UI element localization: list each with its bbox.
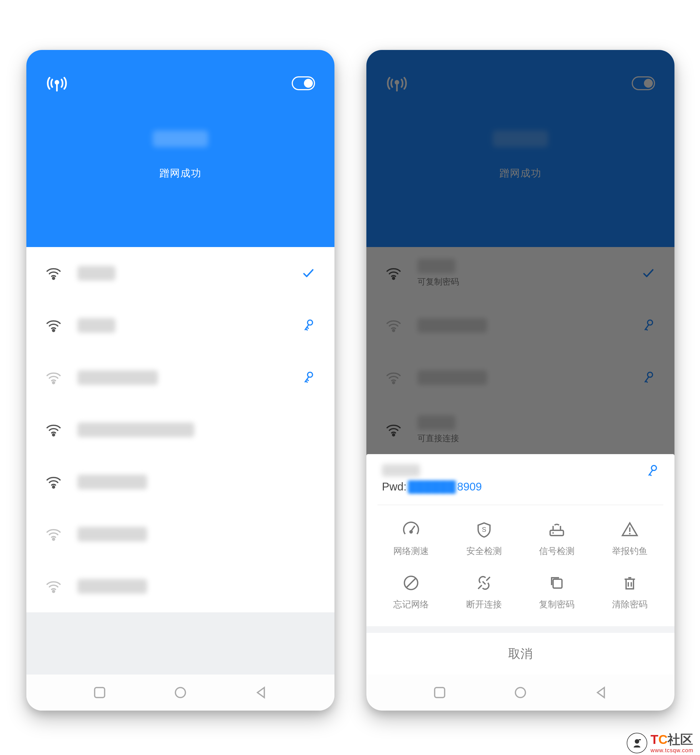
- svg-point-12: [53, 590, 55, 592]
- divider: [366, 626, 675, 633]
- network-item[interactable]: ████: [27, 247, 334, 299]
- network-item[interactable]: ████████: [27, 456, 334, 508]
- watermark: TC社区 www.tcsqw.com: [627, 733, 693, 753]
- svg-rect-42: [434, 688, 445, 697]
- pwd-label: Pwd:: [382, 480, 406, 493]
- action-speed-test[interactable]: 网络测速: [375, 521, 448, 557]
- svg-point-28: [410, 531, 412, 533]
- watermark-icon: [627, 733, 647, 753]
- action-label: 忘记网络: [393, 599, 429, 611]
- svg-point-4: [53, 277, 55, 279]
- android-nav-bar: [27, 675, 334, 711]
- svg-line-37: [406, 578, 416, 587]
- network-detail-sheet: ████ Pwd:██████8909 网络测速 S 安全检测 信号检测: [366, 454, 675, 675]
- app-header: ████ 蹭网成功: [27, 50, 334, 247]
- android-nav-bar: [366, 675, 675, 711]
- network-name: ██████████████: [77, 422, 194, 437]
- action-label: 复制密码: [539, 599, 575, 611]
- unlink-icon: [475, 574, 493, 592]
- svg-point-11: [53, 538, 55, 540]
- svg-rect-45: [639, 739, 641, 740]
- trash-icon: [621, 574, 639, 592]
- svg-rect-30: [550, 530, 563, 536]
- recent-apps-button[interactable]: [432, 685, 447, 700]
- action-label: 举报钓鱼: [612, 545, 648, 557]
- watermark-letter: C: [658, 732, 667, 747]
- action-label: 清除密码: [612, 599, 648, 611]
- svg-point-35: [629, 533, 630, 534]
- screenshot-left: ████ 蹭网成功 ████ ████ ██████ ███ █████████…: [27, 50, 334, 711]
- network-name: ████████: [77, 579, 147, 594]
- wifi-icon: [46, 422, 61, 438]
- copy-icon: [548, 574, 566, 592]
- recent-apps-button[interactable]: [92, 685, 107, 700]
- shield-icon: S: [475, 521, 493, 538]
- action-label: 信号检测: [539, 545, 575, 557]
- action-signal-check[interactable]: 信号检测: [520, 521, 594, 557]
- screenshot-right: ████ 蹭网成功 ████ 可复制密码 ████████ ████████ █…: [366, 50, 675, 711]
- wifi-icon: [46, 526, 61, 542]
- speedometer-icon: [402, 521, 420, 538]
- wifi-icon: [46, 265, 61, 281]
- svg-point-44: [635, 739, 639, 744]
- home-button[interactable]: [173, 685, 188, 700]
- svg-point-5: [53, 330, 55, 331]
- network-item[interactable]: ██████ ███: [27, 352, 334, 403]
- svg-point-33: [552, 532, 554, 533]
- network-list: ████ ████ ██████ ███ ██████████████ ████…: [27, 247, 334, 612]
- network-name: ██████ ███: [77, 370, 158, 385]
- watermark-url: www.tcsqw.com: [651, 747, 693, 753]
- network-name: ████████: [77, 527, 147, 542]
- svg-point-8: [308, 372, 312, 377]
- key-icon: [645, 464, 659, 477]
- svg-rect-39: [553, 579, 562, 588]
- network-name: ████: [77, 266, 116, 281]
- wifi-icon: [46, 578, 61, 594]
- network-item[interactable]: ████: [27, 299, 334, 352]
- connected-ssid: ████: [153, 130, 208, 147]
- key-icon: [302, 319, 315, 332]
- check-icon: [302, 266, 315, 280]
- router-icon: [548, 521, 566, 538]
- cancel-button[interactable]: 取消: [366, 633, 675, 675]
- network-item[interactable]: ████████: [27, 508, 334, 560]
- action-disconnect[interactable]: 断开连接: [448, 574, 521, 611]
- svg-point-6: [308, 320, 312, 325]
- action-report-phishing[interactable]: 举报钓鱼: [594, 521, 666, 557]
- action-label: 安全检测: [466, 545, 502, 557]
- sheet-ssid: ████: [382, 464, 420, 477]
- network-name: ████████: [77, 475, 147, 489]
- action-forget-network[interactable]: 忘记网络: [375, 574, 448, 611]
- warning-icon: [621, 521, 639, 538]
- svg-point-3: [304, 79, 313, 88]
- action-label: 网络测速: [393, 545, 429, 557]
- action-label: 断开连接: [466, 599, 502, 611]
- action-clear-password[interactable]: 清除密码: [594, 574, 666, 611]
- network-item[interactable]: ██████████████: [27, 403, 334, 456]
- broadcast-icon: [46, 72, 68, 94]
- svg-point-7: [53, 381, 55, 384]
- svg-point-14: [175, 688, 185, 697]
- forbid-icon: [402, 574, 420, 592]
- back-button[interactable]: [594, 685, 609, 700]
- wifi-icon: [46, 317, 61, 333]
- svg-point-9: [53, 434, 55, 436]
- home-button[interactable]: [513, 685, 528, 700]
- network-name: ████: [77, 318, 116, 333]
- svg-line-38: [483, 581, 486, 585]
- wifi-icon: [46, 370, 61, 385]
- svg-point-10: [53, 486, 55, 488]
- svg-text:S: S: [482, 526, 486, 533]
- svg-point-26: [652, 466, 656, 471]
- pwd-visible-part: 8909: [457, 480, 482, 493]
- svg-point-43: [516, 688, 525, 697]
- svg-rect-13: [95, 688, 105, 697]
- action-grid: 网络测速 S 安全检测 信号检测 举报钓鱼 忘记网络 断开连接: [366, 505, 675, 626]
- network-item[interactable]: ████████: [27, 560, 334, 612]
- wifi-toggle[interactable]: [292, 76, 315, 90]
- watermark-letter: T: [651, 732, 658, 747]
- back-button[interactable]: [254, 685, 269, 700]
- wifi-icon: [46, 474, 61, 490]
- action-copy-password[interactable]: 复制密码: [520, 574, 594, 611]
- action-security-check[interactable]: S 安全检测: [448, 521, 521, 557]
